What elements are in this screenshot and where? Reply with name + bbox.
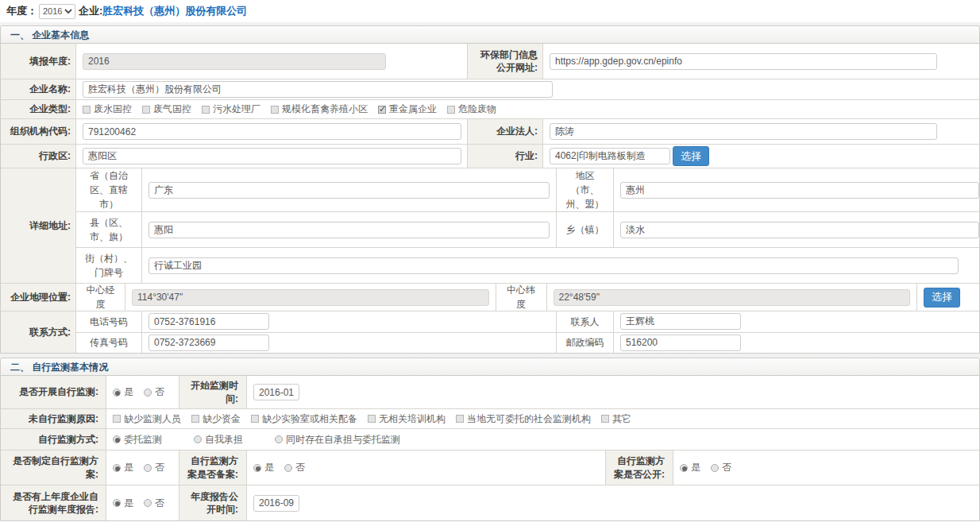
radio-icon[interactable] <box>194 435 202 443</box>
checkbox-icon[interactable] <box>83 106 91 114</box>
annual-report-cell: 是 否 <box>106 485 179 520</box>
radio-icon[interactable] <box>144 389 152 396</box>
radio-checked-icon[interactable] <box>680 464 688 472</box>
radio-checked-icon[interactable] <box>253 464 261 472</box>
method-option-entrust[interactable]: 委托监测 <box>113 433 162 447</box>
zip-input[interactable] <box>620 335 741 351</box>
address-label: 详细地址: <box>1 168 76 283</box>
record-no-option[interactable]: 否 <box>284 461 305 474</box>
section1-title: 一、 企业基本信息 <box>1 26 979 44</box>
form-page: 一、 企业基本信息 填报年度: 环保部门信息公开网址: 企业名称: 企业类型: … <box>0 22 980 521</box>
radio-checked-icon[interactable] <box>113 435 121 443</box>
contact-person-cell <box>614 311 979 332</box>
env-url-input[interactable] <box>550 53 937 70</box>
district-input[interactable] <box>83 148 461 164</box>
annual-time-label: 年度报告公开时间: <box>179 485 247 520</box>
section2-title: 二、 自行监测基本情况 <box>1 358 979 376</box>
contact-person-input[interactable] <box>620 313 741 330</box>
reason-option-other[interactable]: 其它 <box>601 412 631 426</box>
checkbox-icon[interactable] <box>191 415 199 423</box>
type-option-livestock[interactable]: 规模化畜禽养殖小区 <box>271 102 368 116</box>
start-time-label: 开始监测时间: <box>179 376 247 408</box>
public-no-option[interactable]: 否 <box>711 461 731 474</box>
city-input[interactable] <box>620 182 979 199</box>
plan-no-option[interactable]: 否 <box>144 461 164 474</box>
checkbox-icon[interactable] <box>202 106 210 114</box>
longitude-cell <box>125 284 496 311</box>
company-name-input[interactable] <box>83 81 553 98</box>
province-input[interactable] <box>149 182 550 199</box>
legal-person-label: 企业法人: <box>468 119 543 144</box>
province-cell <box>142 168 557 211</box>
radio-checked-icon[interactable] <box>113 389 121 396</box>
radio-icon[interactable] <box>144 464 152 472</box>
legal-person-input[interactable] <box>550 123 937 140</box>
plan-cell: 是 否 <box>106 451 179 485</box>
checkbox-icon[interactable] <box>142 106 150 114</box>
company-name-cell <box>76 79 979 99</box>
checkbox-icon[interactable] <box>271 106 279 114</box>
radio-checked-icon[interactable] <box>113 464 121 472</box>
plan-public-cell: 是 否 <box>673 451 979 485</box>
company-name-label: 企业名称: <box>1 79 76 99</box>
street-input[interactable] <box>149 257 959 274</box>
town-input[interactable] <box>620 222 979 238</box>
phone-input[interactable] <box>149 313 269 330</box>
method-option-self[interactable]: 自我承担 <box>194 433 243 447</box>
plan-yes-option[interactable]: 是 <box>113 461 133 474</box>
county-input[interactable] <box>149 222 550 238</box>
geo-button-cell: 选择 <box>917 284 979 311</box>
geo-label: 企业地理位置: <box>1 284 76 311</box>
reason-option-no-training[interactable]: 无相关培训机构 <box>368 412 446 426</box>
checkbox-icon[interactable] <box>113 415 121 423</box>
conduct-no-option[interactable]: 否 <box>144 385 164 399</box>
contact-label: 联系方式: <box>1 311 76 353</box>
record-yes-option[interactable]: 是 <box>253 461 274 474</box>
checkbox-icon[interactable] <box>456 415 464 423</box>
industry-cell: 选择 <box>543 145 979 168</box>
reason-option-no-fund[interactable]: 缺少资金 <box>191 412 241 426</box>
type-option-hazardous-waste[interactable]: 危险废物 <box>447 102 496 116</box>
checkbox-icon[interactable] <box>251 415 259 423</box>
company-type-label: 企业类型: <box>1 100 76 118</box>
start-time-input[interactable] <box>253 384 299 400</box>
longitude-input <box>132 289 489 306</box>
reason-option-no-staff[interactable]: 缺少监测人员 <box>113 412 181 426</box>
report-year-cell <box>76 44 468 79</box>
latitude-cell <box>547 284 918 311</box>
city-cell <box>614 168 979 211</box>
method-option-both[interactable]: 同时存在自承担与委托监测 <box>275 433 400 447</box>
zip-cell <box>614 333 979 354</box>
type-option-sewage-plant[interactable]: 污水处理厂 <box>202 102 260 116</box>
radio-icon[interactable] <box>275 435 283 443</box>
annual-time-input[interactable] <box>253 495 299 512</box>
org-code-input[interactable] <box>83 123 461 140</box>
reason-option-no-lab[interactable]: 缺少实验室或相关配备 <box>251 412 357 426</box>
checkbox-checked-icon[interactable] <box>378 106 386 114</box>
radio-icon[interactable] <box>711 464 719 472</box>
street-cell <box>142 248 979 283</box>
type-option-wastegas[interactable]: 废气国控 <box>142 102 191 116</box>
industry-input[interactable] <box>550 148 670 164</box>
fax-cell <box>142 333 557 354</box>
report-year-input <box>83 53 386 70</box>
year-select[interactable]: 2016 <box>39 4 75 19</box>
fax-input[interactable] <box>149 335 269 351</box>
public-yes-option[interactable]: 是 <box>680 461 700 474</box>
method-cell: 委托监测 自我承担 同时存在自承担与委托监测 <box>106 429 979 450</box>
type-option-heavy-metal[interactable]: 重金属企业 <box>378 102 437 116</box>
no-monitor-reason-label: 未自行监测原因: <box>1 409 106 428</box>
radio-icon[interactable] <box>284 464 292 472</box>
annual-no-option[interactable]: 否 <box>144 497 164 510</box>
annual-yes-option[interactable]: 是 <box>113 497 133 510</box>
checkbox-icon[interactable] <box>601 415 609 423</box>
geo-select-button[interactable]: 选择 <box>924 288 960 307</box>
checkbox-icon[interactable] <box>368 415 376 423</box>
reason-option-no-agency[interactable]: 当地无可委托的社会监测机构 <box>456 412 591 426</box>
radio-icon[interactable] <box>144 499 152 507</box>
checkbox-icon[interactable] <box>447 106 455 114</box>
conduct-yes-option[interactable]: 是 <box>113 385 133 399</box>
type-option-wastewater[interactable]: 废水国控 <box>83 102 132 116</box>
industry-select-button[interactable]: 选择 <box>673 146 709 166</box>
radio-checked-icon[interactable] <box>113 499 121 507</box>
